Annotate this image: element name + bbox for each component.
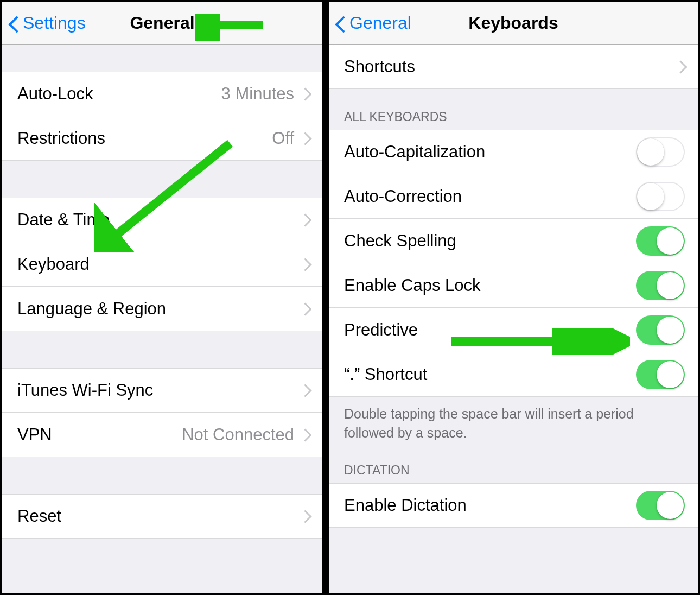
switch-predictive[interactable] (636, 315, 685, 345)
chevron-right-icon (302, 258, 309, 271)
row-label: Enable Caps Lock (344, 276, 636, 295)
row-auto-lock[interactable]: Auto-Lock 3 Minutes (2, 72, 322, 116)
row-label: Auto-Lock (17, 84, 221, 104)
chevron-right-icon (302, 302, 309, 315)
section-header-all-keyboards: ALL KEYBOARDS (329, 89, 698, 130)
row-shortcuts[interactable]: Shortcuts (329, 45, 698, 89)
navbar-keyboards: General Keyboards (329, 2, 698, 45)
row-enable-dictation[interactable]: Enable Dictation (329, 483, 698, 528)
row-language-region[interactable]: Language & Region (2, 287, 322, 331)
switch-dot-shortcut[interactable] (636, 360, 685, 389)
chevron-right-icon (677, 60, 685, 73)
row-label: Reset (17, 507, 302, 526)
navbar-general: Settings General (2, 2, 322, 45)
screen-general: Settings General Auto-Lock 3 Minutes Res… (0, 0, 327, 595)
chevron-right-icon (302, 213, 309, 226)
switch-enable-caps-lock[interactable] (636, 271, 685, 300)
row-label: Enable Dictation (344, 496, 636, 515)
row-auto-correction[interactable]: Auto-Correction (329, 174, 698, 219)
section-header-dictation: DICTATION (329, 448, 698, 483)
row-itunes-wifi-sync[interactable]: iTunes Wi-Fi Sync (2, 368, 322, 413)
spacer (2, 457, 322, 494)
screen-keyboards: General Keyboards Shortcuts ALL KEYBOARD… (327, 0, 700, 595)
switch-enable-dictation[interactable] (636, 491, 685, 520)
section-footer-dot-shortcut: Double tapping the space bar will insert… (329, 397, 698, 448)
chevron-left-icon (8, 13, 20, 34)
back-label: Settings (23, 13, 86, 33)
spacer (2, 161, 322, 198)
row-check-spelling[interactable]: Check Spelling (329, 219, 698, 263)
row-dot-shortcut[interactable]: “.” Shortcut (329, 352, 698, 397)
row-label: iTunes Wi-Fi Sync (17, 381, 302, 400)
row-label: Auto-Correction (344, 187, 636, 206)
row-label: Date & Time (17, 210, 302, 230)
row-label: Language & Region (17, 299, 302, 319)
row-value: 3 Minutes (221, 84, 294, 104)
spacer (2, 45, 322, 72)
chevron-right-icon (302, 510, 309, 523)
back-label: General (349, 13, 411, 33)
row-value: Not Connected (182, 425, 294, 445)
chevron-right-icon (302, 384, 309, 397)
chevron-left-icon (334, 13, 346, 34)
row-label: Auto-Capitalization (344, 142, 636, 162)
back-to-general[interactable]: General (334, 13, 411, 34)
back-to-settings[interactable]: Settings (8, 13, 86, 34)
row-reset[interactable]: Reset (2, 494, 322, 539)
switch-auto-correction[interactable] (636, 182, 685, 211)
row-predictive[interactable]: Predictive (329, 308, 698, 352)
spacer (2, 331, 322, 368)
switch-check-spelling[interactable] (636, 226, 685, 256)
row-label: Keyboard (17, 255, 302, 274)
row-label: “.” Shortcut (344, 365, 636, 384)
row-enable-caps-lock[interactable]: Enable Caps Lock (329, 263, 698, 308)
row-vpn[interactable]: VPN Not Connected (2, 413, 322, 457)
row-auto-capitalization[interactable]: Auto-Capitalization (329, 130, 698, 174)
row-label: Check Spelling (344, 231, 636, 251)
switch-auto-capitalization[interactable] (636, 137, 685, 167)
row-label: Predictive (344, 320, 636, 340)
row-value: Off (272, 129, 294, 148)
chevron-right-icon (302, 87, 309, 100)
row-label: Shortcuts (344, 57, 677, 77)
chevron-right-icon (302, 428, 309, 441)
row-keyboard[interactable]: Keyboard (2, 242, 322, 287)
row-restrictions[interactable]: Restrictions Off (2, 116, 322, 161)
chevron-right-icon (302, 132, 309, 145)
row-label: VPN (17, 425, 182, 445)
row-date-time[interactable]: Date & Time (2, 198, 322, 242)
row-label: Restrictions (17, 129, 272, 148)
